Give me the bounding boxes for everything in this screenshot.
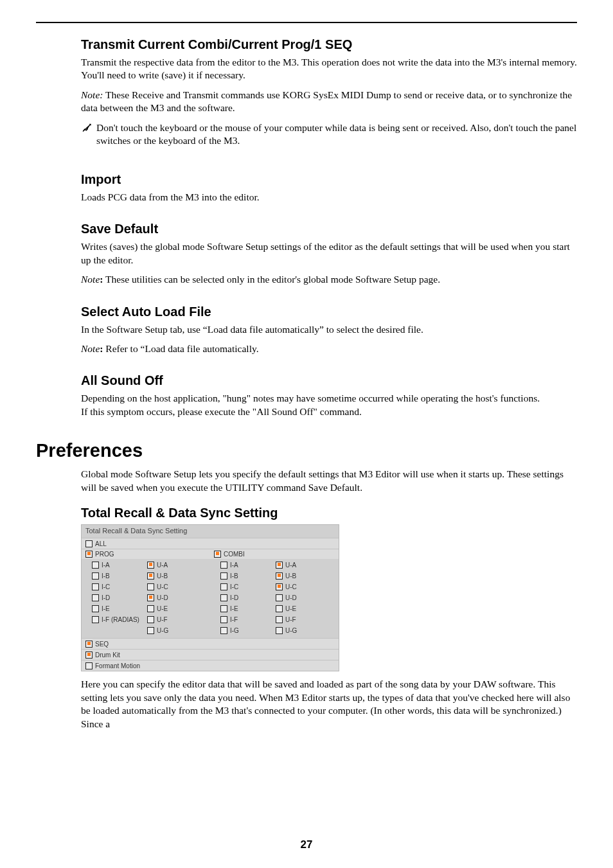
checkbox-pair: I-BU-B [82, 571, 210, 581]
note-text: Refer to “Load data file automatically. [103, 343, 258, 354]
checkbox-formant[interactable] [85, 662, 93, 669]
checkbox-row-drumkit[interactable]: Drum Kit [82, 649, 339, 660]
checkbox-label: U-D [285, 594, 297, 601]
checkbox-label: U-A [157, 562, 168, 569]
checkbox-combi-u-g[interactable] [276, 627, 283, 634]
checkbox-label: U-B [157, 572, 168, 580]
checkbox-label: U-B [285, 572, 296, 580]
checkbox-seq[interactable] [85, 641, 93, 648]
checkbox-label: U-G [285, 627, 297, 634]
checkbox-prog-i-a[interactable] [92, 562, 99, 569]
checkbox-row-combi[interactable]: COMBI [210, 549, 339, 559]
note-label: Note [81, 274, 100, 285]
checkbox-prog-u-e[interactable] [147, 605, 154, 612]
checkbox-label: ALL [95, 540, 107, 547]
checkbox-label: I-B [230, 572, 238, 580]
checkbox-pair: I-AU-A [210, 560, 339, 571]
section-title-save-default: Save Default [81, 222, 577, 236]
paragraph-note: Note: These Receive and Transmit command… [81, 89, 577, 115]
paragraph: Transmit the respective data from the ed… [81, 56, 577, 82]
checkbox-pair: I-EU-E [82, 603, 210, 614]
checkbox-label: I-D [230, 594, 238, 601]
figure-title: Total Recall & Data Sync Setting [82, 525, 339, 538]
checkbox-row-all[interactable]: ALL [82, 538, 339, 549]
checkbox-label: I-F (RADIAS) [102, 616, 139, 623]
section-title-total-recall: Total Recall & Data Sync Setting [81, 506, 577, 520]
checkbox-row-formant[interactable]: Formant Motion [82, 660, 339, 671]
group-prog: PROG I-AU-AI-BU-BI-CU-CI-DU-DI-EU-EI-F (… [82, 549, 210, 638]
checkbox-pair: U-G [82, 625, 210, 636]
checkbox-label: U-C [157, 583, 168, 590]
checkbox-prog-u-f[interactable] [147, 616, 154, 623]
group-combi: COMBI I-AU-AI-BU-BI-CU-CI-DU-DI-EU-EI-FU… [210, 549, 339, 638]
checkbox-label: U-G [157, 627, 168, 634]
note-text: These Receive and Transmit commands use … [81, 89, 572, 113]
paragraph: Depending on the host application, "hung… [81, 392, 577, 405]
checkbox-label: SEQ [95, 641, 109, 648]
checkbox-label: Formant Motion [95, 662, 140, 669]
checkbox-prog-i-f (radias)[interactable] [92, 616, 99, 623]
checkbox-combi-u-f[interactable] [276, 616, 283, 623]
checkbox-label: COMBI [224, 551, 245, 558]
note-label: Note [81, 343, 100, 354]
warning-text: Don't touch the keyboard or the mouse of… [96, 121, 577, 148]
checkbox-prog-u-b[interactable] [147, 572, 154, 580]
paragraph-note: Note: Refer to “Load data file automatic… [81, 342, 577, 355]
checkbox-pair: I-CU-C [210, 581, 339, 592]
checkbox-prog[interactable] [85, 551, 93, 558]
checkbox-label: U-F [285, 616, 296, 623]
section-title-select-auto: Select Auto Load File [81, 305, 577, 319]
checkbox-prog-i-d[interactable] [92, 594, 99, 601]
checkbox-pair: I-EU-E [210, 603, 339, 614]
checkbox-pair: I-FU-F [210, 614, 339, 625]
horizontal-rule [36, 22, 577, 23]
checkbox-row-seq[interactable]: SEQ [82, 638, 339, 649]
checkbox-prog-i-b[interactable] [92, 572, 99, 580]
checkbox-prog-u-a[interactable] [147, 562, 154, 569]
combi-list: I-AU-AI-BU-BI-CU-CI-DU-DI-EU-EI-FU-FI-GU… [210, 559, 339, 638]
checkbox-prog-u-c[interactable] [147, 583, 154, 590]
section-title-transmit: Transmit Current Combi/Current Prog/1 SE… [81, 37, 577, 52]
checkbox-combi-i-b[interactable] [220, 572, 227, 580]
checkbox-combi-u-d[interactable] [276, 594, 283, 601]
checkbox-pair: I-DU-D [82, 592, 210, 603]
paragraph: Here you can specify the editor data tha… [81, 678, 577, 731]
checkbox-row-prog[interactable]: PROG [82, 549, 210, 559]
checkbox-all[interactable] [85, 540, 93, 547]
checkbox-prog-i-c[interactable] [92, 583, 99, 590]
checkbox-combi-i-d[interactable] [220, 594, 227, 601]
checkbox-combi-u-e[interactable] [276, 605, 283, 612]
checkbox-label: I-E [230, 605, 238, 612]
total-recall-figure: Total Recall & Data Sync Setting ALL PRO… [81, 524, 339, 671]
checkbox-label: I-D [102, 594, 110, 601]
checkbox-combi[interactable] [214, 551, 221, 558]
checkbox-combi-u-c[interactable] [276, 583, 283, 590]
checkbox-label: Drum Kit [95, 651, 120, 659]
checkbox-combi-u-a[interactable] [276, 562, 283, 569]
checkbox-prog-u-d[interactable] [147, 594, 154, 601]
paragraph: Global mode Software Setup lets you spec… [81, 468, 577, 494]
paragraph: Writes (saves) the global mode Software … [81, 240, 577, 267]
checkbox-label: U-D [157, 594, 168, 601]
checkbox-combi-i-a[interactable] [220, 562, 227, 569]
checkbox-drumkit[interactable] [85, 651, 93, 659]
checkbox-prog-u-g[interactable] [147, 627, 154, 634]
checkbox-label: I-E [102, 605, 110, 612]
checkbox-pair: I-BU-B [210, 571, 339, 581]
checkbox-label: I-C [230, 583, 238, 590]
checkbox-pair: I-F (RADIAS)U-F [82, 614, 210, 625]
page-number: 27 [0, 838, 613, 851]
paragraph: In the Software Setup tab, use “Load dat… [81, 323, 577, 336]
checkbox-combi-i-g[interactable] [220, 627, 227, 634]
checkbox-label: I-A [230, 562, 238, 569]
checkbox-combi-i-e[interactable] [220, 605, 227, 612]
checkbox-combi-i-f[interactable] [220, 616, 227, 623]
checkbox-label: U-A [285, 562, 296, 569]
checkbox-combi-u-b[interactable] [276, 572, 283, 580]
checkbox-pair: I-AU-A [82, 560, 210, 571]
section-title-all-sound-off: All Sound Off [81, 373, 577, 388]
checkbox-combi-i-c[interactable] [220, 583, 227, 590]
paragraph: Loads PCG data from the M3 into the edit… [81, 191, 577, 204]
checkbox-label: PROG [95, 551, 114, 558]
checkbox-prog-i-e[interactable] [92, 605, 99, 612]
